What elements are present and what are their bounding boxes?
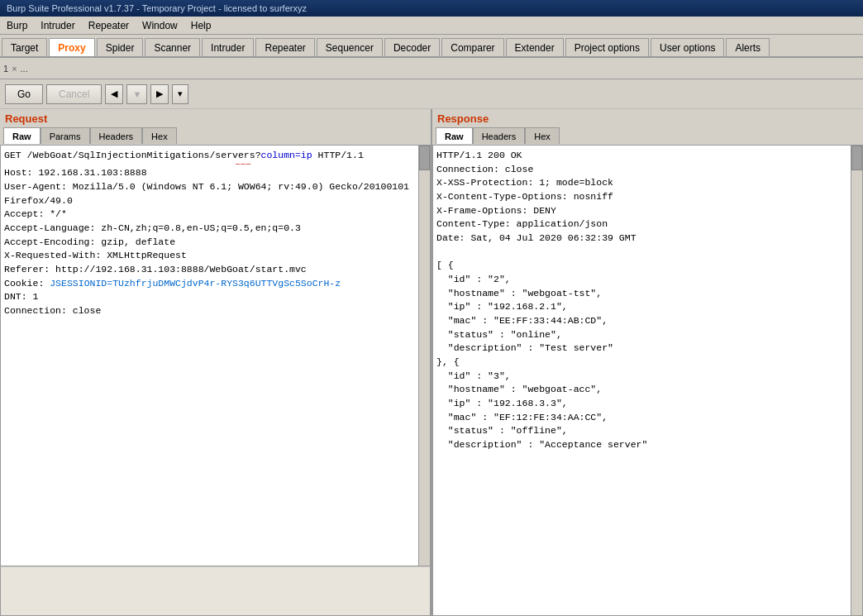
request-scroll-thumb[interactable] [419,146,430,170]
resp-line-6: Content-Type: application/json [436,217,847,232]
menu-window[interactable]: Window [139,19,181,32]
resp-line-blank [436,246,847,260]
tab-sequencer[interactable]: Sequencer [317,38,383,56]
request-line-11: Connection: close [4,304,415,318]
forward-button[interactable]: ▶ [150,84,169,104]
resp-line-2: Connection: close [436,163,847,177]
tab-alerts[interactable]: Alerts [726,38,770,56]
nav-drop-button[interactable]: ▾ [172,84,188,104]
menu-repeater[interactable]: Repeater [85,19,132,32]
response-scrollbar[interactable] [851,146,862,615]
resp-line-4: X-Content-Type-Options: nosniff [436,190,847,204]
repeater-tab-bar: 1 × ... [0,58,863,79]
request-content[interactable]: GET /WebGoat/SqlInjectionMitigations/ser… [1,146,418,566]
resp-line-9: [ { [436,259,847,273]
request-line-4: Accept: */* [4,208,415,222]
tab-project-options[interactable]: Project options [565,38,649,56]
back-disabled-button[interactable]: ▼ [126,84,147,104]
request-line-5: Accept-Language: zh-CN,zh;q=0.8,en-US;q=… [4,222,415,236]
request-header: Request [0,109,431,127]
resp-line-11: "hostname" : "webgoat-tst", [436,287,847,301]
title-bar: Burp Suite Professional v1.7.37 - Tempor… [0,0,863,17]
menu-intruder[interactable]: Intruder [37,19,78,32]
tab-comparer[interactable]: Comparer [441,38,503,56]
tab-intruder[interactable]: Intruder [202,38,254,56]
request-tab-hex[interactable]: Hex [142,127,177,144]
resp-line-21: "status" : "offline", [436,424,847,438]
request-line-7: X-Requested-With: XMLHttpRequest [4,249,415,263]
tab-user-options[interactable]: User options [651,38,724,56]
repeater-tab-ellipsis[interactable]: ... [21,64,28,74]
tab-spider[interactable]: Spider [97,38,144,56]
resp-line-7: Date: Sat, 04 Jul 2020 06:32:39 GMT [436,232,847,246]
resp-line-1: HTTP/1.1 200 OK [436,149,847,163]
resp-line-10: "id" : "2", [436,273,847,287]
request-line-9: Cookie: JSESSIONID=TUzhfrjuDMWCjdvP4r-RY… [4,277,415,291]
resp-line-3: X-XSS-Protection: 1; mode=block [436,176,847,190]
tab-extender[interactable]: Extender [506,38,564,56]
response-tab-raw[interactable]: Raw [436,127,473,144]
request-tab-headers[interactable]: Headers [90,127,143,144]
request-line-6: Accept-Encoding: gzip, deflate [4,236,415,250]
repeater-tab-number[interactable]: 1 [3,64,8,74]
resp-line-16: }, { [436,356,847,370]
request-input-area[interactable] [0,566,431,616]
menu-bar: Burp Intruder Repeater Window Help [0,17,863,35]
request-tab-params[interactable]: Params [41,127,90,144]
tab-decoder[interactable]: Decoder [384,38,440,56]
response-header: Response [432,109,863,127]
tab-scanner[interactable]: Scanner [145,38,200,56]
resp-line-18: "hostname" : "webgoat-acc", [436,383,847,397]
content-area: Request Raw Params Headers Hex GET /WebG… [0,109,863,616]
cancel-button[interactable]: Cancel [46,84,102,104]
response-subtabs: Raw Headers Hex [432,127,863,145]
resp-line-13: "mac" : "EE:FF:33:44:AB:CD", [436,314,847,328]
response-text-area: HTTP/1.1 200 OK Connection: close X-XSS-… [432,145,863,616]
toolbar: Go Cancel ◀ ▼ ▶ ▾ [0,79,863,109]
response-scroll-thumb[interactable] [851,146,862,170]
request-line-3: User-Agent: Mozilla/5.0 (Windows NT 6.1;… [4,180,415,208]
resp-line-5: X-Frame-Options: DENY [436,204,847,218]
repeater-tab-close: × [12,64,17,74]
main-tab-bar: Target Proxy Spider Scanner Intruder Rep… [0,35,863,58]
resp-line-12: "ip" : "192.168.2.1", [436,300,847,314]
request-line-2: Host: 192.168.31.103:8888 [4,166,415,180]
response-content[interactable]: HTTP/1.1 200 OK Connection: close X-XSS-… [433,146,851,615]
resp-line-15: "description" : "Test server" [436,341,847,356]
tab-target[interactable]: Target [2,38,47,56]
request-line-8: Referer: http://192.168.31.103:8888/WebG… [4,263,415,277]
resp-line-20: "mac" : "EF:12:FE:34:AA:CC", [436,411,847,425]
request-line-1: GET /WebGoat/SqlInjectionMitigations/ser… [4,149,415,166]
resp-line-22: "description" : "Acceptance server" [436,438,847,452]
tab-proxy[interactable]: Proxy [49,38,94,56]
response-tab-hex[interactable]: Hex [525,127,560,144]
request-subtabs: Raw Params Headers Hex [0,127,431,145]
menu-burp[interactable]: Burp [3,19,31,32]
resp-line-19: "ip" : "192.168.3.3", [436,397,847,411]
request-tab-raw[interactable]: Raw [3,127,41,144]
request-text-area: GET /WebGoat/SqlInjectionMitigations/ser… [0,145,431,566]
response-tab-headers[interactable]: Headers [473,127,526,144]
resp-line-14: "status" : "online", [436,328,847,342]
tab-repeater[interactable]: Repeater [255,38,314,56]
menu-help[interactable]: Help [188,19,215,32]
request-scrollbar[interactable] [418,146,430,566]
request-line-10: DNT: 1 [4,290,415,304]
title-text: Burp Suite Professional v1.7.37 - Tempor… [7,3,307,13]
go-button[interactable]: Go [5,84,43,104]
response-panel: Response Raw Headers Hex HTTP/1.1 200 OK… [432,109,863,616]
resp-line-17: "id" : "3", [436,370,847,384]
request-panel: Request Raw Params Headers Hex GET /WebG… [0,109,432,616]
back-button[interactable]: ◀ [105,84,123,104]
